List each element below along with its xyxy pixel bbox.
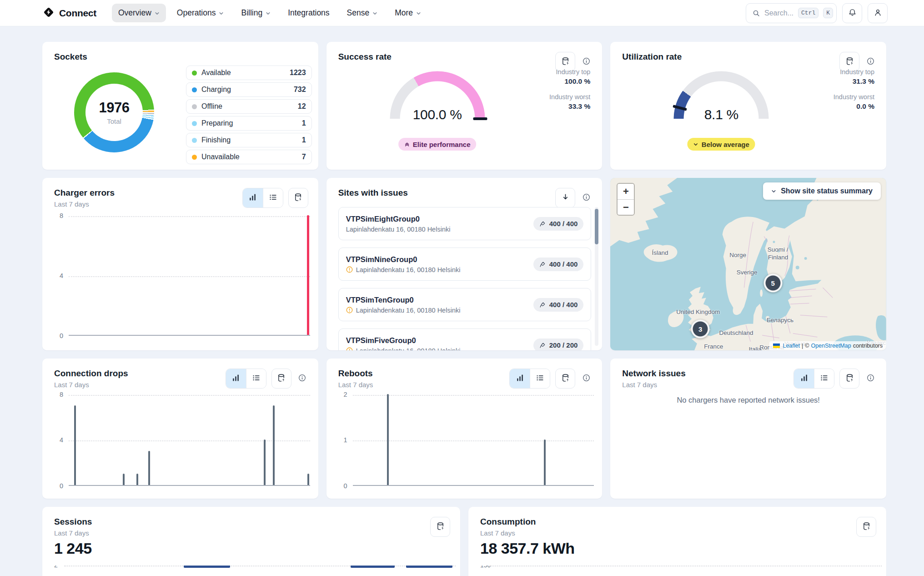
view-toggle [509, 369, 550, 389]
data-source-button[interactable] [555, 369, 575, 389]
card-subtitle: Last 7 days [54, 200, 115, 208]
search-icon [753, 10, 760, 17]
nav-item-overview[interactable]: Overview [112, 4, 166, 22]
scrollbar-thumb[interactable] [595, 209, 598, 244]
legend-item-finishing[interactable]: Finishing1 [186, 133, 312, 147]
nav-item-sense[interactable]: Sense [341, 4, 384, 22]
chevron-down-icon [693, 141, 698, 148]
user-menu-button[interactable] [868, 3, 888, 23]
bar-chart-icon [232, 374, 239, 383]
bar [307, 215, 309, 335]
notifications-button[interactable] [842, 3, 862, 23]
zoom-out-button[interactable]: − [618, 199, 634, 215]
industry-top-value: 100.0 % [549, 77, 590, 86]
legend-item-offline[interactable]: Offline12 [186, 99, 312, 114]
database-icon [294, 193, 302, 203]
bar-view-button[interactable] [510, 369, 530, 388]
data-source-button[interactable] [430, 517, 450, 537]
nav-item-label: Operations [177, 8, 216, 18]
list-view-icon [270, 194, 276, 202]
bar-view-button[interactable] [794, 369, 814, 388]
bar [74, 405, 76, 485]
bar-view-button[interactable] [243, 188, 263, 207]
card-subtitle: Last 7 days [622, 381, 685, 389]
nav-item-billing[interactable]: Billing [235, 4, 277, 22]
status-dot [192, 87, 197, 92]
industry-worst-label: Industry worst [834, 93, 874, 101]
download-button[interactable] [555, 188, 575, 208]
success-performance-badge: Elite performance [398, 138, 477, 151]
chevrons-up-icon [404, 141, 410, 148]
list-view-button[interactable] [814, 369, 834, 388]
bar [264, 440, 266, 485]
map-cluster-marker[interactable]: 3 [691, 319, 710, 338]
map-country-label: France [704, 343, 723, 349]
map-country-label: United Kingdom [676, 308, 720, 315]
reboots-chart: 2 1 0 [338, 395, 594, 486]
status-dot [192, 121, 197, 126]
status-dot [192, 71, 197, 76]
card-reboots: Reboots Last 7 days 2 1 0 [326, 359, 603, 499]
legend-label: Offline [201, 102, 293, 111]
view-toggle [242, 188, 283, 208]
data-source-button[interactable] [271, 369, 291, 389]
legend-item-preparing[interactable]: Preparing1 [186, 116, 312, 131]
card-subtitle: Last 7 days [338, 381, 373, 389]
nav-item-integrations[interactable]: Integrations [281, 4, 336, 22]
list-view-button[interactable] [263, 188, 283, 207]
bar [184, 566, 230, 568]
osm-link[interactable]: OpenStreetMap [811, 343, 851, 349]
warning-icon [346, 347, 353, 350]
map-graphic [610, 178, 886, 350]
search-input[interactable]: Search... Ctrl K [746, 3, 837, 23]
card-title: Sessions [54, 517, 92, 527]
bar-view-button[interactable] [226, 369, 246, 388]
site-name: VTPSimFiveGroup0 [346, 336, 461, 345]
map-country-label: Finland [768, 253, 788, 260]
leaflet-link[interactable]: Leaflet [783, 343, 800, 349]
info-button[interactable] [580, 188, 592, 208]
legend-item-unavailable[interactable]: Unavailable7 [186, 150, 312, 164]
info-button[interactable] [864, 369, 876, 389]
legend-value: 1223 [290, 69, 306, 77]
bell-icon [848, 8, 857, 18]
site-row[interactable]: VTPSimEightGroup0Lapinlahdenkatu 16, 001… [338, 207, 592, 240]
legend-value: 7 [302, 153, 306, 161]
nav-item-operations[interactable]: Operations [171, 4, 231, 22]
map-cluster-marker[interactable]: 5 [763, 274, 782, 293]
sessions-mini-chart: 2 [42, 566, 460, 576]
bar [123, 474, 125, 485]
bar-chart-icon [801, 374, 808, 383]
nav-item-more[interactable]: More [388, 4, 427, 22]
socket-count-badge: 400 / 400 [533, 298, 584, 312]
bar-chart-icon [517, 374, 523, 383]
kbd-k: K [823, 8, 833, 18]
list-view-button[interactable] [530, 369, 550, 388]
legend-item-charging[interactable]: Charging732 [186, 82, 312, 97]
site-row[interactable]: VTPSimFiveGroup0Lapinlahdenkatu 16, 0018… [338, 328, 592, 350]
database-icon [845, 374, 854, 384]
info-button[interactable] [296, 369, 308, 389]
bar [406, 566, 452, 568]
site-address: Lapinlahdenkatu 16, 00180 Helsinki [346, 226, 451, 233]
zoom-in-button[interactable]: + [618, 184, 634, 199]
status-dot [192, 138, 197, 143]
site-status-summary-button[interactable]: Show site status summary [763, 182, 881, 200]
map-canvas[interactable]: ÍslandNorgeSverigeSuomi /FinlandUnited K… [610, 178, 886, 350]
search-placeholder: Search... [764, 9, 793, 17]
site-row[interactable]: VTPSimTenGroup0Lapinlahdenkatu 16, 00180… [338, 288, 592, 321]
brand[interactable]: Connect [42, 6, 96, 20]
info-button[interactable] [580, 369, 592, 389]
dashboard-content: Sockets 1976 Total Available1223Charging… [0, 26, 924, 576]
top-navigation: Connect OverviewOperationsBillingIntegra… [0, 0, 924, 26]
data-source-button[interactable] [839, 369, 859, 389]
site-row[interactable]: VTPSimNineGroup0Lapinlahdenkatu 16, 0018… [338, 248, 592, 281]
bar [273, 405, 275, 485]
success-rate-gauge: 100.0 % [390, 71, 485, 119]
data-source-button[interactable] [288, 188, 308, 208]
database-icon [862, 522, 871, 532]
legend-item-available[interactable]: Available1223 [186, 66, 312, 80]
data-source-button[interactable] [856, 517, 876, 537]
legend-label: Available [201, 69, 285, 77]
list-view-button[interactable] [246, 369, 266, 388]
